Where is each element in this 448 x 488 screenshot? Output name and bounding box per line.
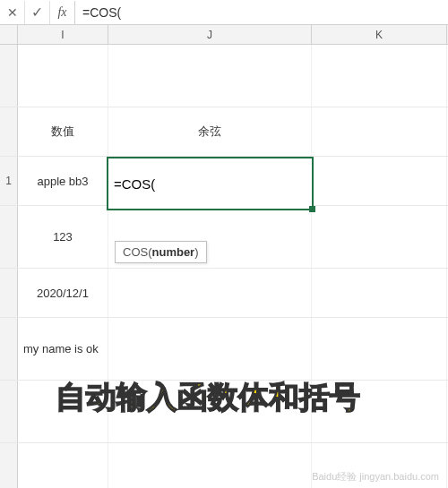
cell[interactable] [108, 318, 312, 380]
cell[interactable] [312, 318, 447, 380]
row-header[interactable] [0, 318, 18, 380]
row-header[interactable] [0, 443, 18, 488]
cell-header-values[interactable]: 数值 [18, 107, 108, 156]
cell[interactable] [312, 157, 447, 205]
column-header-J[interactable]: J [108, 25, 312, 44]
row-header[interactable] [0, 45, 18, 107]
formula-input[interactable] [75, 5, 448, 20]
fx-icon[interactable]: fx [50, 1, 75, 24]
watermark: Baidu经验 jingyan.baidu.com [312, 471, 439, 483]
row-header[interactable] [0, 206, 18, 268]
cell[interactable] [312, 206, 447, 268]
cell[interactable]: my name is ok [18, 318, 108, 380]
grid-row: 2020/12/1 [0, 269, 448, 318]
cell[interactable] [312, 45, 447, 107]
active-cell-editor[interactable]: =COS( [107, 157, 314, 210]
grid-row: 123 [0, 206, 448, 269]
row-header[interactable] [0, 269, 18, 317]
spreadsheet-grid: 数值 余弦 1 apple bb3 123 2020/12/1 my name … [0, 45, 448, 488]
cell[interactable]: 2020/12/1 [18, 269, 108, 317]
cell[interactable] [108, 45, 312, 107]
column-headers: I J K [0, 25, 448, 45]
row-header[interactable]: 1 [0, 157, 18, 205]
column-header-I[interactable]: I [18, 25, 108, 44]
fill-handle[interactable] [309, 206, 315, 212]
formula-bar: ✕ ✓ fx [0, 0, 448, 25]
grid-row: my name is ok [0, 318, 448, 381]
cell[interactable] [18, 443, 108, 488]
cell[interactable] [18, 45, 108, 107]
row-header[interactable] [0, 381, 18, 442]
tooltip-close: ) [194, 245, 198, 259]
cell[interactable]: 123 [18, 206, 108, 268]
cell[interactable]: apple bb3 [18, 157, 108, 205]
cell[interactable] [108, 443, 312, 488]
cancel-icon[interactable]: ✕ [0, 1, 25, 24]
select-all-corner[interactable] [0, 25, 18, 44]
grid-row: 数值 余弦 [0, 107, 448, 157]
cell[interactable] [312, 107, 447, 156]
tooltip-arg: number [152, 245, 195, 259]
column-header-K[interactable]: K [312, 25, 447, 44]
row-header[interactable] [0, 107, 18, 156]
function-tooltip: COS(number) [115, 241, 207, 263]
editing-formula-text: =COS( [114, 176, 155, 192]
cell[interactable] [108, 269, 312, 317]
enter-icon[interactable]: ✓ [25, 1, 50, 24]
cell-header-cosine[interactable]: 余弦 [108, 107, 312, 156]
tooltip-fn: COS( [123, 245, 152, 259]
grid-row [0, 45, 448, 107]
cell[interactable] [312, 269, 447, 317]
annotation-overlay: 自动输入函数体和括号 [56, 377, 360, 418]
